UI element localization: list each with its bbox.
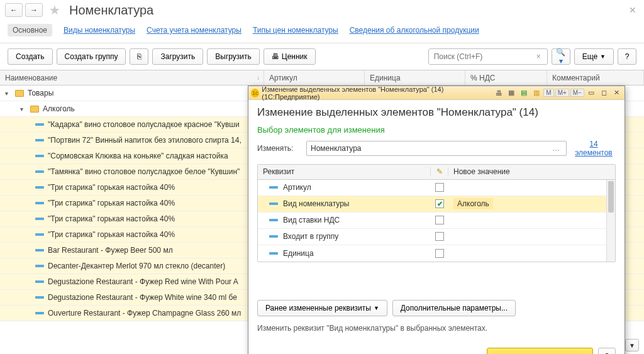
- scroll-bottom-button[interactable]: ▼: [625, 339, 639, 351]
- search-input[interactable]: [433, 52, 534, 62]
- nav-back-button[interactable]: ←: [5, 3, 23, 17]
- item-icon: [35, 170, 44, 173]
- tab-accounts[interactable]: Счета учета номенклатуры: [147, 26, 242, 35]
- print-icon[interactable]: 🖶: [493, 88, 504, 98]
- item-icon: [269, 186, 278, 189]
- tree-collapse-icon[interactable]: ▾: [20, 106, 26, 113]
- chevron-down-icon: ▼: [374, 305, 379, 311]
- extra-params-button[interactable]: Дополнительные параметры...: [392, 300, 516, 316]
- column-name[interactable]: Наименование ↓: [0, 70, 264, 85]
- m-plus-button[interactable]: M+: [555, 89, 569, 97]
- price-tag-button[interactable]: 🖶 Ценник: [264, 48, 316, 65]
- apply-button[interactable]: Изменить реквизиты: [487, 348, 593, 354]
- load-button[interactable]: Загрузить: [152, 48, 203, 65]
- folder-icon: [15, 90, 24, 97]
- checkbox[interactable]: [435, 199, 444, 208]
- pencil-icon: ✎: [436, 167, 443, 176]
- req-col-value[interactable]: Новое значение: [448, 167, 615, 176]
- change-value-input[interactable]: Номенклатура …: [306, 141, 567, 156]
- sort-icon: ↓: [257, 74, 260, 81]
- tabs-bar: Основное Виды номенклатуры Счета учета н…: [0, 20, 644, 43]
- minimize-icon[interactable]: ▭: [586, 88, 597, 98]
- search-clear-icon[interactable]: ×: [534, 52, 543, 61]
- tree-collapse-icon[interactable]: ▾: [5, 90, 11, 97]
- folder-icon: [30, 106, 39, 113]
- more-button[interactable]: Еще ▼: [574, 48, 614, 65]
- item-icon: [269, 202, 278, 205]
- requisite-row[interactable]: Артикул: [258, 180, 615, 196]
- calc-icon[interactable]: ▤: [518, 88, 530, 98]
- print-icon: 🖶: [272, 52, 279, 61]
- column-article[interactable]: Артикул: [264, 70, 365, 85]
- item-icon: [35, 218, 44, 220]
- copy-button[interactable]: ⎘: [130, 48, 148, 65]
- app-icon: 1c: [251, 89, 259, 97]
- grid-icon[interactable]: ▦: [506, 88, 517, 98]
- requisite-row[interactable]: Вид ставки НДС: [258, 213, 615, 229]
- page-title: Номенклатура: [69, 3, 153, 18]
- item-icon: [35, 312, 44, 314]
- modal-close-icon[interactable]: ✕: [611, 88, 622, 98]
- item-icon: [35, 186, 44, 189]
- grid-header: Наименование ↓ Артикул Единица % НДС Ком…: [0, 70, 644, 86]
- prev-changed-button[interactable]: Ранее измененные реквизиты ▼: [257, 300, 387, 316]
- unload-button[interactable]: Выгрузить: [207, 48, 260, 65]
- checkbox[interactable]: [435, 249, 444, 258]
- modal-dialog: 1c Изменение выделенных элементов "Номен…: [248, 86, 625, 354]
- requisite-value: Алкоголь: [453, 198, 493, 209]
- tab-kinds[interactable]: Виды номенклатуры: [64, 26, 135, 35]
- modal-title: Изменение выделенных элементов "Номенкла…: [257, 106, 616, 119]
- search-input-wrap[interactable]: ×: [428, 48, 548, 65]
- elements-count-link[interactable]: 14 элементов: [572, 140, 616, 158]
- modal-titlebar[interactable]: 1c Изменение выделенных элементов "Номен…: [248, 86, 625, 100]
- column-unit[interactable]: Единица: [365, 70, 465, 85]
- item-icon: [35, 155, 44, 157]
- checkbox[interactable]: [435, 183, 444, 192]
- maximize-icon[interactable]: ◻: [598, 88, 609, 98]
- req-col-edit[interactable]: ✎: [431, 167, 448, 176]
- item-icon: [269, 235, 278, 238]
- requisite-row[interactable]: Вид номенклатуры Алкоголь: [258, 196, 615, 213]
- m-minus-button[interactable]: M−: [570, 89, 584, 97]
- close-icon[interactable]: ✕: [626, 3, 639, 18]
- modal-help-button[interactable]: ?: [598, 348, 616, 354]
- modal-hint: Изменить реквизит "Вид номенклатуры" в в…: [257, 324, 616, 333]
- requisites-grid: Реквизит ✎ Новое значение Артикул Вид но…: [257, 164, 616, 262]
- column-vat[interactable]: % НДС: [465, 70, 547, 85]
- scrollbar-thumb[interactable]: [608, 181, 614, 213]
- item-icon: [35, 123, 44, 126]
- item-icon: [269, 219, 278, 221]
- chevron-down-icon: ▼: [600, 53, 606, 60]
- checkbox[interactable]: [435, 216, 444, 224]
- req-col-name[interactable]: Реквизит: [258, 167, 431, 176]
- change-label: Изменять:: [257, 144, 301, 153]
- item-icon: [35, 233, 44, 236]
- item-icon: [35, 202, 44, 204]
- item-icon: [35, 249, 44, 252]
- tab-main[interactable]: Основное: [8, 24, 52, 36]
- toolbar: Создать Создать группу ⎘ Загрузить Выгру…: [0, 43, 644, 70]
- create-button[interactable]: Создать: [8, 48, 53, 65]
- column-comment[interactable]: Комментарий: [547, 70, 644, 85]
- search-button[interactable]: 🔍 ▾: [552, 48, 570, 65]
- create-group-button[interactable]: Создать группу: [57, 48, 126, 65]
- ellipsis-icon[interactable]: …: [550, 144, 562, 153]
- requisite-row[interactable]: Единица: [258, 245, 615, 262]
- item-icon: [35, 280, 44, 283]
- requisite-row[interactable]: Входит в группу: [258, 229, 615, 245]
- modal-titlebar-text: Изменение выделенных элементов "Номенкла…: [262, 86, 491, 101]
- modal-subtitle: Выбор элементов для изменения: [257, 125, 616, 135]
- m-button[interactable]: M: [543, 89, 553, 97]
- checkbox[interactable]: [435, 232, 444, 241]
- tab-alcohol[interactable]: Сведения об алкогольной продукции: [350, 26, 479, 35]
- item-icon: [35, 296, 44, 299]
- help-button[interactable]: ?: [618, 48, 636, 65]
- item-icon: [35, 139, 44, 141]
- favorite-star-icon[interactable]: ★: [49, 3, 60, 18]
- scrollbar[interactable]: [606, 180, 615, 262]
- nav-forward-button[interactable]: →: [25, 3, 43, 17]
- tab-price-types[interactable]: Типы цен номенклатуры: [253, 26, 338, 35]
- calendar-icon[interactable]: ▥: [531, 88, 542, 98]
- item-icon: [269, 252, 278, 255]
- item-icon: [35, 265, 44, 267]
